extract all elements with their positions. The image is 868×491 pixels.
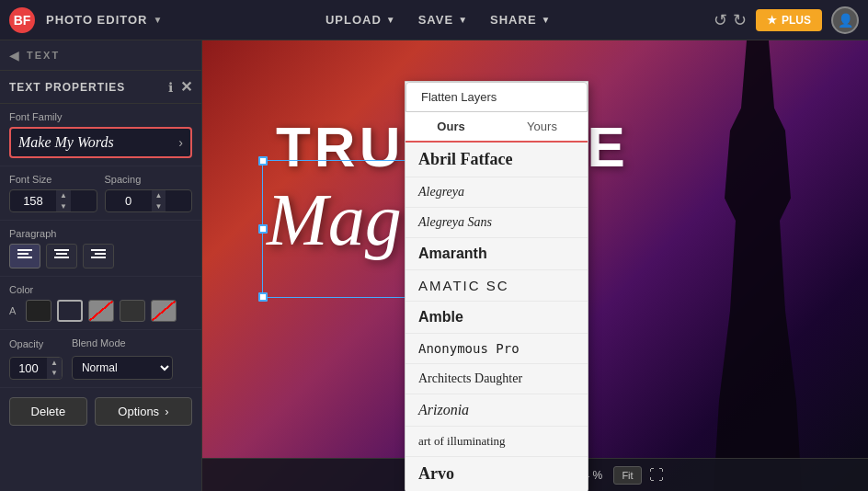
tab-ours[interactable]: Ours [405,112,497,143]
font-size-up[interactable]: ▲ [56,190,71,201]
opacity-blend-section: Opacity ▲ ▼ Blend Mode Normal Multiply [0,330,201,388]
section-title: TEXT [27,50,60,61]
svg-rect-10 [91,257,106,258]
font-list-item[interactable]: Anonymous Pro [405,334,588,364]
app-logo[interactable]: BF [9,7,35,33]
font-family-picker[interactable]: Make My Words › [9,127,192,158]
color-row: A [9,300,192,322]
upload-button[interactable]: UPLOAD ▼ [326,13,396,27]
spacing-group: Spacing ▲ ▼ [105,174,193,212]
color-label: Color [9,284,192,295]
spacing-input[interactable] [106,190,152,211]
align-left-button[interactable] [9,244,40,268]
options-button[interactable]: Options › [95,397,192,426]
font-list-item[interactable]: Alegreya [405,177,588,208]
align-right-button[interactable] [83,244,114,268]
font-size-input-group: ▲ ▼ [9,189,97,212]
flatten-layers-button[interactable]: Flatten Layers [405,82,588,112]
spacing-down[interactable]: ▼ [152,201,166,212]
avatar[interactable]: 👤 [831,6,859,34]
spacing-up[interactable]: ▲ [152,190,166,201]
font-list-item[interactable]: Amatic SC [405,270,588,302]
svg-rect-9 [95,253,106,255]
font-list-item[interactable]: Arizonia [405,394,588,427]
color-swatch-outline[interactable] [57,300,83,322]
properties-header: TEXT PROPERTIES ℹ ✕ [0,71,201,104]
info-icon[interactable]: ℹ [168,80,173,95]
color-swatch-black[interactable] [26,300,51,322]
font-family-arrow-icon: › [178,135,183,150]
blend-group: Blend Mode Normal Multiply Screen Overla… [72,337,173,380]
font-size-down[interactable]: ▼ [56,201,71,212]
font-tabs: Ours Yours [405,112,588,143]
app-title: PHOTO EDITOR ▼ [46,13,163,27]
font-family-value: Make My Words [18,134,114,151]
svg-rect-2 [17,257,32,258]
opacity-up[interactable]: ▲ [47,358,62,369]
delete-button[interactable]: Delete [9,397,87,426]
svg-rect-5 [56,253,67,255]
handle-top-left[interactable] [258,156,268,166]
font-list: Abril FatfaceAlegreyaAlegreya SansAmaran… [405,143,588,491]
align-center-button[interactable] [46,244,77,268]
svg-rect-0 [17,249,32,251]
paragraph-section: Paragraph [0,221,201,277]
spacing-label: Spacing [105,174,193,185]
opacity-label: Opacity [9,338,63,349]
color-swatch-dark[interactable] [120,300,145,322]
plus-button[interactable]: ★ PLUS [756,9,822,31]
tab-yours[interactable]: Yours [497,112,588,141]
svg-rect-1 [17,253,29,255]
color-a-label: A [9,305,20,316]
font-size-spacing-section: Font Size ▲ ▼ Spacing ▲ [0,166,201,221]
fit-button[interactable]: Fit [613,466,641,485]
opacity-blend-row: Opacity ▲ ▼ Blend Mode Normal Multiply [9,337,192,380]
font-list-item[interactable]: Arvo [405,457,588,491]
fullscreen-button[interactable]: ⛶ [649,467,664,484]
font-list-item[interactable]: Architects Daughter [405,364,588,394]
font-list-item[interactable]: Alegreya Sans [405,208,588,238]
align-buttons [9,244,192,268]
font-size-input[interactable] [10,190,56,211]
left-panel: ◀ TEXT TEXT PROPERTIES ℹ ✕ Font Family M… [0,40,202,491]
redo-button[interactable]: ↻ [733,10,747,30]
font-list-item[interactable]: Amble [405,302,588,334]
opacity-stepper: ▲ ▼ [47,358,62,379]
blend-select[interactable]: Normal Multiply Screen Overlay [72,356,173,380]
opacity-input[interactable] [10,358,47,379]
properties-icons: ℹ ✕ [168,78,192,96]
handle-bottom-left[interactable] [258,292,268,302]
font-list-item[interactable]: art of illuminating [405,427,588,457]
topbar: BF PHOTO EDITOR ▼ UPLOAD ▼ SAVE ▼ SHARE … [0,0,868,40]
font-size-label: Font Size [9,174,97,185]
title-dropdown-arrow[interactable]: ▼ [153,15,163,25]
svg-rect-8 [91,249,106,251]
color-section: Color A [0,277,201,330]
share-button[interactable]: SHARE ▼ [490,13,551,27]
undo-button[interactable]: ↺ [714,10,727,30]
undo-redo-group: ↺ ↻ [714,10,747,30]
font-row: Font Size ▲ ▼ Spacing ▲ [9,174,192,212]
topbar-right: ↺ ↻ ★ PLUS 👤 [714,6,859,34]
canvas-area: TRUST THE Magic Flatten Layers Ours Your… [202,40,868,491]
paragraph-label: Paragraph [9,228,192,239]
opacity-input-group: ▲ ▼ [9,357,63,380]
main-layout: ◀ TEXT TEXT PROPERTIES ℹ ✕ Font Family M… [0,40,868,491]
font-list-item[interactable]: Abril Fatface [405,143,588,177]
spacing-stepper: ▲ ▼ [152,190,166,211]
font-size-stepper: ▲ ▼ [56,190,71,211]
blend-label: Blend Mode [72,337,173,348]
opacity-group: Opacity ▲ ▼ [9,338,63,380]
color-swatch-strikethrough[interactable] [88,300,114,322]
font-family-section: Font Family Make My Words › [0,104,201,166]
opacity-down[interactable]: ▼ [47,368,62,379]
spacing-input-group: ▲ ▼ [105,189,193,212]
save-button[interactable]: SAVE ▼ [418,13,468,27]
topbar-center: UPLOAD ▼ SAVE ▼ SHARE ▼ [174,13,702,27]
color-swatch-strikethrough2[interactable] [151,300,177,322]
close-icon[interactable]: ✕ [180,78,192,96]
panel-header-bar: ◀ TEXT [0,40,201,71]
font-dropdown-panel: Flatten Layers Ours Yours Abril FatfaceA… [405,81,588,491]
back-arrow[interactable]: ◀ [9,48,19,63]
font-list-item[interactable]: Amaranth [405,238,588,270]
